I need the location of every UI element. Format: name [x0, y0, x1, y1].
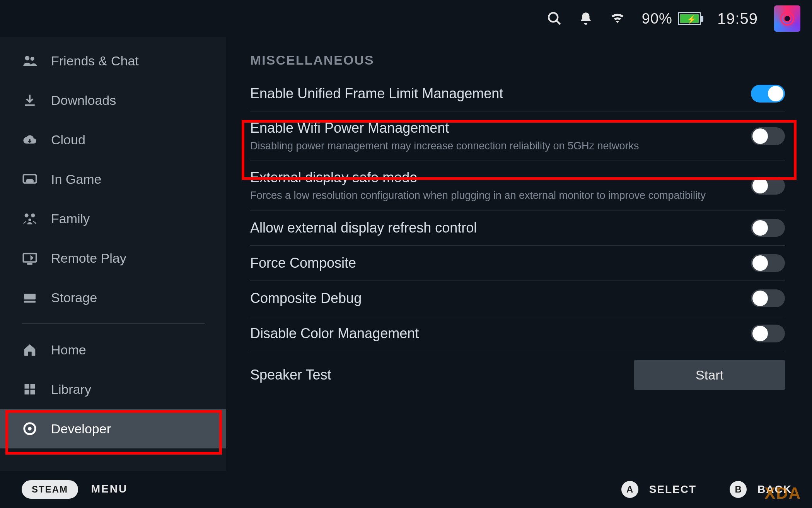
toggle-ext-safe[interactable]: [751, 177, 785, 195]
svg-point-17: [28, 427, 32, 431]
svg-rect-5: [27, 180, 33, 183]
setting-description: Forces a low resolution configuration wh…: [250, 190, 739, 202]
footer-right: A SELECT B BACK: [621, 481, 792, 498]
svg-rect-14: [25, 390, 29, 395]
friends-icon: [22, 53, 38, 69]
toggle-ext-refresh[interactable]: [751, 219, 785, 237]
svg-line-1: [556, 21, 560, 24]
sidebar-item-in-game[interactable]: In Game: [0, 159, 226, 199]
svg-rect-12: [25, 384, 29, 389]
setting-description: Disabling power management may increase …: [250, 140, 739, 152]
menu-label: MENU: [91, 483, 128, 495]
bell-icon[interactable]: [578, 11, 593, 26]
sidebar-item-family[interactable]: Family: [0, 199, 226, 238]
sidebar-item-label: Cloud: [51, 132, 85, 147]
developer-icon: [22, 421, 38, 437]
key-a-icon: A: [621, 481, 638, 498]
sidebar-separator: [22, 323, 205, 324]
svg-point-2: [25, 56, 30, 61]
remote-play-icon: [22, 250, 38, 266]
key-b-label: BACK: [757, 483, 792, 496]
status-bar: 90% ⚡ 19:59: [0, 0, 812, 37]
svg-point-8: [28, 219, 31, 221]
svg-point-3: [31, 57, 34, 61]
toggle-comp-debug[interactable]: [751, 289, 785, 307]
sidebar-item-storage[interactable]: Storage: [0, 278, 226, 317]
svg-rect-13: [31, 384, 35, 389]
settings-sidebar: Friends & Chat Downloads Cloud In Game F…: [0, 37, 226, 471]
search-icon[interactable]: [547, 11, 562, 26]
setting-row-force-comp: Force Composite: [250, 246, 785, 281]
toggle-uflm[interactable]: [751, 85, 785, 103]
avatar[interactable]: [774, 5, 800, 32]
speaker-test-label: Speaker Test: [250, 367, 623, 383]
sidebar-item-friends-chat[interactable]: Friends & Chat: [0, 41, 226, 80]
steam-button[interactable]: STEAM: [22, 480, 78, 499]
wifi-icon[interactable]: [609, 10, 626, 27]
svg-rect-10: [24, 294, 36, 299]
setting-title: Force Composite: [250, 255, 739, 271]
speaker-test-row: Speaker Test Start: [250, 351, 785, 399]
setting-row-dis-colmgmt: Disable Color Management: [250, 316, 785, 351]
key-b-icon: B: [730, 481, 747, 498]
svg-rect-9: [23, 253, 36, 262]
sidebar-item-label: Remote Play: [51, 251, 126, 266]
setting-title: External display safe mode: [250, 169, 739, 186]
setting-row-comp-debug: Composite Debug: [250, 281, 785, 316]
sidebar-item-label: Library: [51, 382, 91, 397]
library-icon: [22, 381, 38, 397]
battery-status: 90% ⚡: [642, 10, 701, 27]
sidebar-item-home[interactable]: Home: [0, 330, 226, 369]
sidebar-item-label: Home: [51, 342, 86, 357]
home-icon: [22, 342, 38, 358]
setting-row-uflm: Enable Unified Frame Limit Management: [250, 81, 785, 111]
clock: 19:59: [717, 10, 758, 27]
sidebar-item-downloads[interactable]: Downloads: [0, 80, 226, 120]
sidebar-item-developer[interactable]: Developer: [0, 409, 226, 448]
footer: STEAM MENU A SELECT B BACK: [0, 471, 812, 508]
section-title: MISCELLANEOUS: [250, 53, 785, 68]
battery-icon: ⚡: [678, 12, 701, 25]
sidebar-item-label: Friends & Chat: [51, 53, 139, 68]
sidebar-item-library[interactable]: Library: [0, 369, 226, 409]
setting-row-ext-safe: External display safe modeForces a low r…: [250, 161, 785, 210]
footer-left: STEAM MENU: [22, 480, 128, 499]
settings-panel: MISCELLANEOUS Enable Unified Frame Limit…: [226, 37, 812, 471]
family-icon: [22, 210, 38, 227]
setting-title: Allow external display refresh control: [250, 220, 739, 236]
setting-title: Composite Debug: [250, 290, 739, 306]
svg-point-0: [549, 13, 558, 22]
sidebar-item-cloud[interactable]: Cloud: [0, 120, 226, 159]
toggle-force-comp[interactable]: [751, 254, 785, 272]
setting-title: Disable Color Management: [250, 325, 739, 342]
toggle-dis-colmgmt[interactable]: [751, 325, 785, 342]
speaker-test-start-button[interactable]: Start: [634, 360, 785, 390]
setting-title: Enable Unified Frame Limit Management: [250, 86, 739, 102]
key-a-label: SELECT: [649, 483, 696, 496]
toggle-wifi-pm[interactable]: [751, 127, 785, 145]
svg-point-6: [25, 214, 29, 217]
sidebar-item-label: Downloads: [51, 93, 116, 108]
sidebar-item-label: Storage: [51, 290, 97, 305]
svg-rect-15: [31, 390, 35, 395]
svg-rect-11: [24, 301, 36, 303]
cloud-icon: [22, 132, 38, 148]
setting-title: Enable Wifi Power Management: [250, 120, 739, 136]
setting-row-ext-refresh: Allow external display refresh control: [250, 210, 785, 246]
sidebar-item-label: In Game: [51, 172, 101, 187]
battery-percentage: 90%: [642, 10, 672, 27]
sidebar-item-label: Developer: [51, 421, 111, 436]
storage-icon: [22, 289, 38, 306]
sidebar-item-label: Family: [51, 211, 90, 226]
download-icon: [22, 92, 38, 108]
ingame-icon: [22, 171, 38, 187]
setting-row-wifi-pm: Enable Wifi Power ManagementDisabling po…: [250, 111, 785, 161]
svg-point-7: [31, 214, 35, 217]
sidebar-item-remote-play[interactable]: Remote Play: [0, 238, 226, 278]
